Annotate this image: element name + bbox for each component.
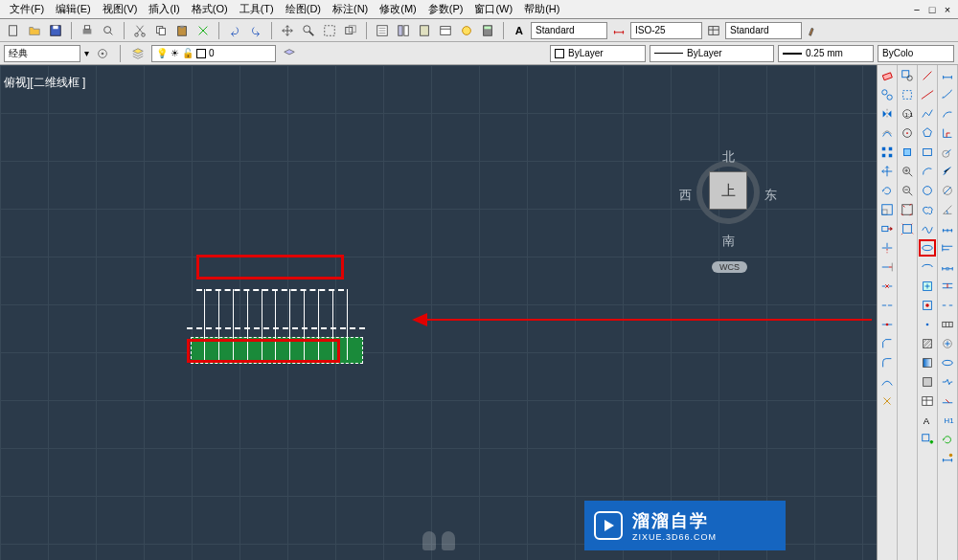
dim-jogged-button[interactable] bbox=[939, 163, 956, 180]
inspect-button[interactable] bbox=[939, 354, 956, 371]
sheet-button[interactable] bbox=[436, 21, 455, 40]
rectangle-button[interactable] bbox=[919, 144, 936, 161]
menu-edit[interactable]: 编辑(E) bbox=[50, 2, 97, 16]
ellipse-arc-button[interactable] bbox=[919, 258, 936, 276]
copy-button[interactable] bbox=[878, 86, 896, 103]
workspace-settings-button[interactable] bbox=[93, 44, 112, 63]
zoom-button[interactable] bbox=[299, 21, 318, 40]
layer-dropdown[interactable]: 💡 ☀ 🔓 0 bbox=[151, 45, 276, 62]
dim-jog-line-button[interactable] bbox=[939, 373, 956, 391]
viewcube-east[interactable]: 东 bbox=[764, 187, 777, 204]
new-button[interactable] bbox=[4, 21, 23, 40]
open-button[interactable] bbox=[25, 21, 44, 40]
dim-ordinate-button[interactable] bbox=[939, 124, 956, 142]
preview-button[interactable] bbox=[99, 21, 118, 40]
zoom-window-button[interactable] bbox=[320, 21, 339, 40]
dim-baseline-button[interactable] bbox=[939, 239, 956, 257]
dim-style-dropdown[interactable]: ISO-25 bbox=[630, 22, 702, 39]
chamfer-button[interactable] bbox=[878, 335, 896, 352]
menu-help[interactable]: 帮助(H) bbox=[518, 2, 565, 16]
rotate-button[interactable] bbox=[878, 182, 896, 199]
spline-button[interactable] bbox=[919, 220, 936, 237]
polygon-button[interactable] bbox=[919, 124, 936, 142]
dim-tedit-button[interactable]: H1 bbox=[939, 412, 956, 429]
dropdown-arrow-icon[interactable]: ▾ bbox=[84, 48, 89, 58]
redo-button[interactable] bbox=[246, 21, 265, 40]
workspace-dropdown[interactable]: 经典 bbox=[4, 45, 80, 62]
mirror-button[interactable] bbox=[878, 105, 896, 123]
toolpalette-button[interactable] bbox=[415, 21, 434, 40]
brush-button[interactable] bbox=[804, 21, 823, 40]
table-button[interactable] bbox=[919, 392, 936, 410]
zoom-extents-button[interactable] bbox=[899, 220, 916, 237]
undo-button[interactable] bbox=[225, 21, 244, 40]
xline-button[interactable] bbox=[919, 86, 936, 103]
viewcube-top-face[interactable]: 上 bbox=[709, 171, 747, 210]
dim-diameter-button[interactable] bbox=[939, 182, 956, 199]
pline-button[interactable] bbox=[919, 105, 936, 123]
zoom-object-button[interactable] bbox=[899, 144, 916, 161]
dim-style-button[interactable] bbox=[609, 21, 628, 40]
maximize-icon[interactable]: □ bbox=[925, 4, 939, 15]
calc-button[interactable] bbox=[478, 21, 497, 40]
fillet-button[interactable] bbox=[878, 354, 896, 371]
dim-break-button[interactable] bbox=[939, 297, 956, 314]
break2-button[interactable] bbox=[878, 297, 896, 314]
table-style-dropdown[interactable]: Standard bbox=[725, 22, 802, 39]
make-block-button[interactable] bbox=[919, 297, 936, 314]
dim-update-button[interactable] bbox=[939, 431, 956, 448]
addselect-button[interactable] bbox=[919, 431, 936, 448]
layer-prev-button[interactable] bbox=[280, 44, 299, 63]
match-button[interactable] bbox=[194, 21, 213, 40]
dim-linear-button[interactable] bbox=[939, 67, 956, 84]
print-button[interactable] bbox=[78, 21, 97, 40]
menu-tools[interactable]: 工具(T) bbox=[234, 2, 280, 16]
move-button[interactable] bbox=[878, 163, 896, 180]
color-dropdown[interactable]: ByLayer bbox=[550, 45, 646, 62]
text-style-button[interactable]: A bbox=[510, 21, 529, 40]
menu-format[interactable]: 格式(O) bbox=[186, 2, 234, 16]
copy-button[interactable] bbox=[151, 21, 171, 40]
line-button[interactable] bbox=[919, 67, 936, 84]
pan-button[interactable] bbox=[278, 21, 297, 40]
dim-space-button[interactable] bbox=[939, 278, 956, 295]
dim-quick-button[interactable] bbox=[939, 220, 956, 237]
menu-file[interactable]: 文件(F) bbox=[4, 2, 50, 16]
menu-dimension[interactable]: 标注(N) bbox=[327, 2, 374, 16]
save-button[interactable] bbox=[46, 21, 65, 40]
close-icon[interactable]: × bbox=[941, 4, 954, 15]
zoom-prev-button[interactable] bbox=[341, 21, 360, 40]
dim-continue-button[interactable] bbox=[939, 258, 956, 276]
viewcube-west[interactable]: 西 bbox=[679, 187, 692, 204]
menu-param[interactable]: 参数(P) bbox=[422, 2, 469, 16]
menu-draw[interactable]: 绘图(D) bbox=[280, 2, 327, 16]
offset-button[interactable] bbox=[878, 124, 896, 142]
viewcube-south[interactable]: 南 bbox=[722, 233, 735, 250]
menu-modify[interactable]: 修改(M) bbox=[374, 2, 422, 16]
ellipse-button[interactable] bbox=[919, 239, 936, 257]
zoom-out-button[interactable] bbox=[899, 182, 916, 199]
viewcube-north[interactable]: 北 bbox=[722, 148, 735, 166]
zoom-dynamic-button[interactable] bbox=[899, 86, 916, 103]
explode-button[interactable] bbox=[878, 392, 896, 410]
dimstyle-button[interactable] bbox=[939, 450, 956, 467]
properties-button[interactable] bbox=[373, 21, 392, 40]
blend-button[interactable] bbox=[878, 373, 896, 391]
insert-block-button[interactable] bbox=[919, 278, 936, 295]
menu-window[interactable]: 窗口(W) bbox=[468, 2, 518, 16]
circle-button[interactable] bbox=[919, 182, 936, 199]
plotstyle-dropdown[interactable]: ByColo bbox=[878, 45, 954, 62]
zoom-window-button[interactable] bbox=[899, 67, 916, 84]
centermark-button[interactable] bbox=[939, 335, 956, 352]
drawing-area[interactable]: 俯视][二维线框 ] 北 南 西 东 上 WCS 溜溜自学 ZIXUE.3D66… bbox=[0, 65, 877, 560]
stretch-button[interactable] bbox=[878, 220, 896, 237]
scale-button[interactable] bbox=[878, 201, 896, 218]
extend-button[interactable] bbox=[878, 258, 896, 276]
join-button[interactable] bbox=[878, 316, 896, 333]
hatch-button[interactable] bbox=[919, 335, 936, 352]
erase-button[interactable] bbox=[878, 67, 896, 84]
dim-angular-button[interactable] bbox=[939, 201, 956, 218]
viewcube[interactable]: 北 南 西 东 上 WCS bbox=[675, 146, 781, 271]
menu-view[interactable]: 视图(V) bbox=[97, 2, 144, 16]
designcenter-button[interactable] bbox=[394, 21, 413, 40]
